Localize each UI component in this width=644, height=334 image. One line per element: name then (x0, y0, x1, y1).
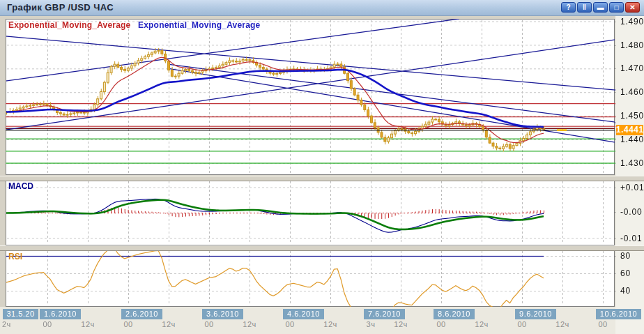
close-button[interactable]: ✕ (625, 2, 640, 13)
hour-axis-label: 00 (436, 320, 445, 328)
chart-plot-area[interactable] (0, 0, 644, 334)
hour-axis-label: 12ч (475, 320, 488, 328)
title-bar[interactable]: График GBP /USD ЧАС ?‖▬□✕ (0, 0, 644, 16)
hour-axis-label: 2ч (2, 320, 11, 328)
price-axis-label: 1.4300 (620, 158, 644, 168)
rsi-panel-label: RSI (8, 252, 22, 261)
date-axis-badge: 2.6.2010 (121, 309, 162, 319)
minimize-button[interactable]: ▬ (593, 2, 608, 13)
macd-axis-label: +0.01 (620, 183, 644, 192)
hour-axis-label: 12ч (555, 320, 569, 328)
date-axis-badge: 31.5.20 (3, 309, 38, 319)
price-axis-label: 1.4800 (620, 40, 644, 50)
hour-axis-label: 00 (598, 320, 607, 328)
hour-axis-label: 00 (285, 320, 294, 328)
hour-axis-label: 12ч (81, 320, 94, 328)
hour-axis-label: 12ч (243, 320, 256, 328)
window-buttons: ?‖▬□✕ (561, 2, 640, 13)
date-axis-badge: 1.6.2010 (40, 309, 81, 319)
hour-axis-label: 00 (204, 320, 213, 328)
indicator-legend: Exponential_Moving_Average Exponential_M… (8, 20, 260, 30)
ema-slow-legend: Exponential_Moving_Average (138, 20, 260, 30)
hour-axis-label: 00 (123, 320, 132, 328)
date-axis-badge: 7.6.2010 (364, 309, 405, 319)
pin-button[interactable]: ‖ (577, 2, 592, 13)
date-axis-badge: 9.6.2010 (515, 309, 556, 319)
macd-axis-label: -0.00 (620, 207, 642, 217)
rsi-axis-label: 60 (620, 268, 631, 278)
date-axis-badge: 4.6.2010 (283, 309, 324, 319)
ema-fast-legend: Exponential_Moving_Average (8, 20, 130, 30)
price-axis-label: 1.4500 (620, 111, 644, 121)
panel-separator[interactable] (0, 245, 644, 251)
price-axis-label: 1.4700 (620, 63, 644, 73)
current-price-badge: 1.4441 (616, 125, 643, 135)
rsi-axis-label: 80 (620, 251, 631, 261)
date-axis-badge: 10.6.2010 (596, 309, 641, 319)
window-title: График GBP /USD ЧАС (7, 2, 114, 13)
hour-axis-label: 12ч (162, 320, 175, 328)
date-axis-badge: 8.6.2010 (434, 309, 475, 319)
chart-window: График GBP /USD ЧАС ?‖▬□✕ Exponential_Mo… (0, 0, 644, 334)
hour-axis-label: 12ч (323, 320, 337, 328)
macd-axis-label: -0.01 (620, 234, 642, 243)
hour-axis-label: 3ч (367, 320, 376, 328)
price-axis-label: 1.4600 (620, 87, 644, 97)
hour-axis-label: 00 (43, 320, 52, 328)
panel-separator[interactable] (0, 176, 644, 181)
maximize-button[interactable]: □ (609, 2, 624, 13)
price-axis-label: 1.4900 (620, 17, 644, 26)
help-button[interactable]: ? (561, 2, 576, 13)
hour-axis-label: 00 (517, 320, 526, 328)
macd-panel-label: MACD (8, 181, 33, 191)
price-axis-label: 1.4400 (620, 135, 644, 144)
rsi-axis-label: 40 (620, 286, 631, 296)
date-axis-badge: 3.6.2010 (202, 309, 243, 319)
hour-axis-label: 12ч (394, 320, 407, 328)
